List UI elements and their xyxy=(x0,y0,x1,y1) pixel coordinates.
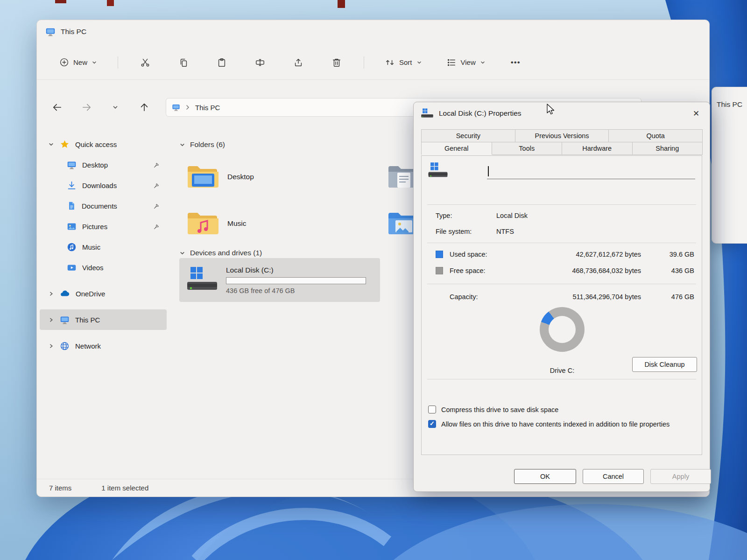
pin-icon xyxy=(153,203,160,210)
view-button[interactable]: View xyxy=(443,55,489,70)
free-space-size: 436 GB xyxy=(655,267,694,274)
text-caret xyxy=(488,166,489,176)
dialog-title: Local Disk (C:) Properties xyxy=(439,109,521,118)
index-checkbox-row[interactable]: Allow files on this drive to have conten… xyxy=(428,420,669,429)
copy-button[interactable] xyxy=(173,52,194,73)
cancel-button[interactable]: Cancel xyxy=(583,469,644,484)
mouse-cursor xyxy=(545,104,557,116)
ok-button[interactable]: OK xyxy=(514,469,576,484)
compress-checkbox-row[interactable]: Compress this drive to save disk space xyxy=(428,405,558,415)
cut-button[interactable] xyxy=(135,52,155,73)
used-space-row: Used space: 42,627,612,672 bytes 39.6 GB xyxy=(436,249,694,259)
this-pc-icon xyxy=(60,315,70,325)
tab-general[interactable]: General xyxy=(421,142,492,155)
arrow-left-icon xyxy=(52,102,63,112)
close-icon: ✕ xyxy=(693,109,699,119)
chevron-right-icon[interactable] xyxy=(48,317,54,323)
background-window-title: This PC xyxy=(717,100,742,108)
sidebar-item-label: Desktop xyxy=(82,161,108,169)
dialog-title-bar[interactable]: Local Disk (C:) Properties xyxy=(414,102,710,125)
filesystem-row: File system: NTFS xyxy=(436,228,514,238)
used-space-size: 39.6 GB xyxy=(655,251,694,258)
arrow-up-icon xyxy=(139,102,149,112)
sidebar: Quick access Desktop Downloads Documents… xyxy=(37,130,173,478)
document-icon xyxy=(67,201,76,210)
sidebar-item-label: Documents xyxy=(82,202,117,210)
tab-quota[interactable]: Quota xyxy=(608,129,703,142)
items-count: 7 items xyxy=(49,484,71,492)
devices-section-label: Devices and drives (1) xyxy=(190,249,262,257)
sidebar-item-onedrive[interactable]: OneDrive xyxy=(37,283,173,304)
up-button[interactable] xyxy=(137,100,152,115)
index-checkbox[interactable] xyxy=(428,420,436,428)
delete-button[interactable] xyxy=(326,52,347,73)
music-icon xyxy=(67,242,77,252)
share-button[interactable] xyxy=(288,52,309,73)
tab-previous-versions[interactable]: Previous Versions xyxy=(515,129,609,142)
used-space-label: Used space: xyxy=(450,251,518,258)
toolbar: New Sort View ••• xyxy=(37,45,709,80)
free-space-row: Free space: 468,736,684,032 bytes 436 GB xyxy=(436,266,694,276)
folder-tile-music[interactable]: Music xyxy=(175,200,375,247)
toolbar-divider xyxy=(364,56,364,69)
sidebar-item-pictures[interactable]: Pictures xyxy=(37,216,173,237)
toolbar-divider xyxy=(118,56,118,69)
devices-section-header[interactable]: Devices and drives (1) xyxy=(179,249,262,257)
network-globe-icon xyxy=(60,341,70,351)
folders-section-header[interactable]: Folders (6) xyxy=(179,140,225,149)
chevron-down-icon[interactable] xyxy=(48,141,54,147)
recent-locations-button[interactable] xyxy=(108,100,123,115)
folder-tile-label: Desktop xyxy=(227,173,254,181)
capacity-size: 476 GB xyxy=(655,293,694,301)
title-bar[interactable]: This PC xyxy=(37,20,709,43)
drive-usage-bar xyxy=(226,277,366,284)
breadcrumb-separator-icon xyxy=(185,104,190,111)
drive-name-field[interactable] xyxy=(487,163,695,179)
breadcrumb[interactable]: This PC xyxy=(195,104,220,112)
rename-button[interactable] xyxy=(250,52,270,73)
paste-button[interactable] xyxy=(211,52,232,73)
chevron-down-icon[interactable] xyxy=(179,250,185,256)
view-button-label: View xyxy=(461,58,476,66)
apply-button[interactable]: Apply xyxy=(650,469,711,484)
sort-button[interactable]: Sort xyxy=(381,55,426,70)
rename-icon xyxy=(255,57,265,68)
new-button[interactable]: New xyxy=(56,55,101,70)
hard-drive-icon xyxy=(428,162,448,179)
sidebar-item-this-pc[interactable]: This PC xyxy=(40,309,167,330)
sidebar-item-videos[interactable]: Videos xyxy=(37,257,173,278)
sidebar-item-desktop[interactable]: Desktop xyxy=(37,154,173,175)
this-pc-icon xyxy=(172,103,180,112)
sidebar-item-documents[interactable]: Documents xyxy=(37,196,173,216)
star-icon xyxy=(60,140,70,149)
disk-cleanup-button[interactable]: Disk Cleanup xyxy=(632,357,697,372)
pin-icon xyxy=(153,161,160,168)
window-title: This PC xyxy=(61,28,86,36)
local-disk-tile[interactable]: Local Disk (C:) 436 GB free of 476 GB xyxy=(179,258,380,302)
drive-name-input[interactable] xyxy=(487,163,695,179)
sidebar-item-music[interactable]: Music xyxy=(37,237,173,257)
chevron-down-icon[interactable] xyxy=(179,142,185,148)
drive-info: Local Disk (C:) 436 GB free of 476 GB xyxy=(226,266,366,294)
scissors-icon xyxy=(140,57,150,68)
plus-circle-icon xyxy=(59,57,69,67)
more-button[interactable]: ••• xyxy=(506,55,525,70)
sidebar-item-downloads[interactable]: Downloads xyxy=(37,175,173,196)
tab-security[interactable]: Security xyxy=(421,129,515,142)
chevron-right-icon[interactable] xyxy=(48,343,54,349)
close-button[interactable]: ✕ xyxy=(687,106,705,121)
free-space-bytes: 468,736,684,032 bytes xyxy=(518,267,655,274)
chevron-right-icon[interactable] xyxy=(48,291,54,297)
tab-sharing[interactable]: Sharing xyxy=(632,142,703,155)
downloads-icon xyxy=(67,181,77,190)
tab-hardware[interactable]: Hardware xyxy=(562,142,633,155)
compress-checkbox[interactable] xyxy=(428,406,436,413)
sidebar-item-quick-access[interactable]: Quick access xyxy=(37,134,173,154)
folder-tile-desktop[interactable]: Desktop xyxy=(175,154,375,200)
tab-tools[interactable]: Tools xyxy=(492,142,563,155)
sidebar-item-network[interactable]: Network xyxy=(37,336,173,356)
onedrive-cloud-icon xyxy=(60,288,70,299)
back-button[interactable] xyxy=(50,100,65,115)
forward-button[interactable] xyxy=(79,100,94,115)
background-window[interactable]: This PC xyxy=(712,87,747,244)
